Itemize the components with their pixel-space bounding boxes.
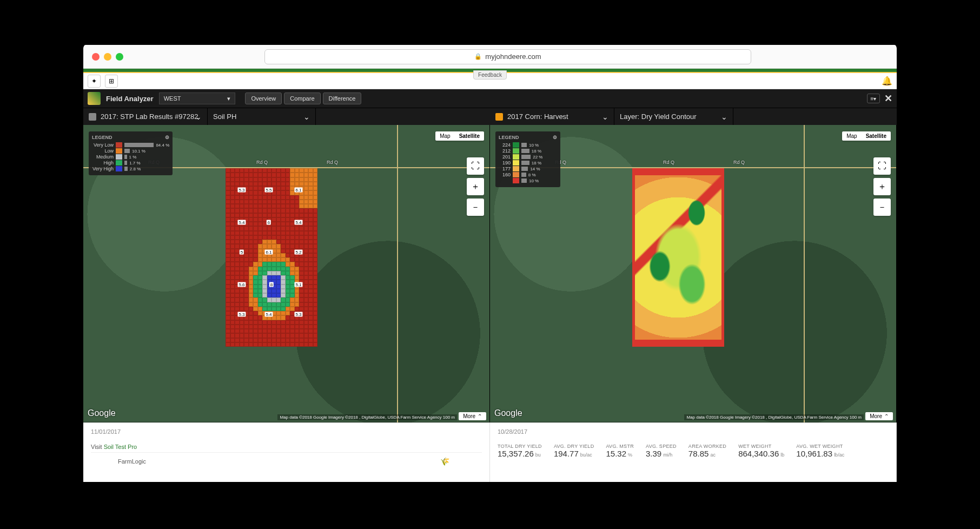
map-type-map[interactable]: Map [435,131,454,141]
left-field-overlay: 5.35.56.15.465.456.15.25.685.15.35.45.3 [226,168,317,347]
menu-icon[interactable]: ≡▾ [867,94,880,103]
sample-value: 5.4 [237,220,246,225]
layer-selector-row: 2017: STP Lab Results #97282 Soil PH 201… [83,108,897,125]
left-legend: LEGEND⚙ Very Low84.4 %Low10.1 %Medium1 %… [89,131,173,175]
sample-value: 6.1 [294,188,302,193]
right-legend: LEGEND⚙ 22410 %21218 %20122 %19018 %1771… [495,131,560,187]
more-toggle[interactable]: More⌃ [459,412,486,420]
brand-bar: Feedback [83,69,897,73]
window-zoom[interactable] [116,53,123,61]
sample-value: 5.3 [294,312,302,317]
sample-value: 8 [269,282,274,287]
road-label: Rd Q [733,160,745,165]
stat-wet-weight: WET WEIGHT864,340.36 lb [738,444,784,458]
google-logo: Google [494,408,522,418]
stat-avg-speed: AVG. SPEED3.39 mi/h [646,444,677,458]
view-tabs: Overview Compare Difference [245,92,361,104]
stat-avg-dry-yield: AVG. DRY YIELD194.77 bu/ac [554,444,594,458]
soil-test-pro-link[interactable]: Soil Test Pro [104,444,137,450]
right-map-pane[interactable]: Rd Q Rd Q Rd Q LEGEND⚙ 22410 %21218 %201… [490,125,897,422]
window-close[interactable] [92,53,100,61]
stat-total-dry-yield: TOTAL DRY YIELD15,357.26 bu [498,444,542,458]
tab-overview[interactable]: Overview [245,92,282,104]
right-layer-select[interactable]: Layer: Dry Yield Contour [614,108,733,125]
tool-row: Field Analyzer WEST Overview Compare Dif… [83,89,897,108]
map-attribution: Map data ©2018 Google Imagery ©2018 , Di… [684,414,864,420]
fullscreen-icon[interactable]: ⛶ [873,157,891,175]
tab-compare[interactable]: Compare [284,92,320,104]
bell-icon[interactable]: 🔔 [882,76,892,86]
sample-value: 5 [240,250,244,255]
app-frame: 🔒 myjohndeere.com Feedback ✦ ⊞ 🔔 Field A… [81,45,899,484]
stat-area-worked: AREA WORKED78.85 ac [688,444,726,458]
sample-value: 6.1 [264,250,273,255]
sample-value: 5.1 [294,282,302,287]
right-details-panel: 10/28/2017 TOTAL DRY YIELD15,357.26 buAV… [490,423,897,482]
sample-value: 5.2 [294,250,302,255]
right-date: 10/28/2017 [498,428,889,435]
right-dataset-select[interactable]: 2017 Corn: Harvest [490,108,614,125]
left-dataset-select[interactable]: 2017: STP Lab Results #97282 [83,108,208,125]
url-text: myjohndeere.com [485,52,541,61]
map-type-toggle[interactable]: Map Satellite [842,131,891,141]
close-icon[interactable]: ✕ [884,92,892,104]
bottom-data-row: 11/01/2017 Visit Soil Test Pro FarmLogic… [83,422,897,482]
zoom-out-icon[interactable]: － [873,199,891,216]
left-layer-select[interactable]: Soil PH [208,108,316,125]
app-title: Field Analyzer [106,95,154,103]
grid-icon[interactable]: ⊞ [105,75,118,88]
nav-icon-1[interactable]: ✦ [88,75,101,88]
lock-icon: 🔒 [474,53,482,60]
zoom-out-icon[interactable]: － [467,199,484,216]
window-minimize[interactable] [104,53,111,61]
url-bar[interactable]: 🔒 myjohndeere.com [264,49,751,64]
left-details-panel: 11/01/2017 Visit Soil Test Pro FarmLogic… [83,423,490,482]
app-thumb-icon [88,92,101,105]
legend-gear-icon[interactable]: ⚙ [165,135,169,140]
fullscreen-icon[interactable]: ⛶ [467,157,484,175]
map-type-toggle[interactable]: Map Satellite [435,131,484,141]
road-label: Rd Q [256,160,268,165]
feedback-tab[interactable]: Feedback [473,70,507,80]
chevron-up-icon: ⌃ [478,413,482,419]
tab-difference[interactable]: Difference [323,92,362,104]
compare-panes: Rd Q Rd Q Rd Q LEGEND⚙ Very Low84.4 %Low… [83,125,897,422]
visit-link-row: Visit Soil Test Pro [91,444,482,450]
sample-value: 5.4 [294,220,302,225]
zoom-in-icon[interactable]: ＋ [873,178,891,195]
map-attribution: Map data ©2018 Google Imagery ©2018 , Di… [277,414,457,420]
map-type-map[interactable]: Map [842,131,861,141]
sample-value: 5.3 [237,188,246,193]
map-type-satellite[interactable]: Satellite [455,131,484,141]
sample-value: 6 [267,220,271,225]
left-map-pane[interactable]: Rd Q Rd Q Rd Q LEGEND⚙ Very Low84.4 %Low… [83,125,490,422]
right-field-overlay [632,168,724,347]
google-logo: Google [88,408,116,418]
soil-test-logo-icon: 🌾 [440,457,449,466]
more-toggle[interactable]: More⌃ [865,412,893,420]
sample-value: 5.4 [264,312,273,317]
road-label: Rd Q [663,160,674,165]
browser-chrome: 🔒 myjohndeere.com [83,45,897,69]
org-select[interactable]: WEST [159,92,236,104]
legend-gear-icon[interactable]: ⚙ [553,135,557,140]
sample-value: 5.3 [237,312,246,317]
zoom-in-icon[interactable]: ＋ [467,178,484,195]
stat-avg-mstr: AVG. MSTR15.32 % [606,444,634,458]
farmlogic-label: FarmLogic [118,458,146,465]
sample-value: 5.6 [237,282,246,287]
stat-avg-wet-weight: AVG. WET WEIGHT10,961.83 lb/ac [796,444,844,458]
map-type-satellite[interactable]: Satellite [862,131,891,141]
road-label: Rd Q [327,160,338,165]
sample-value: 5.5 [264,188,273,193]
left-date: 11/01/2017 [91,428,482,435]
chevron-up-icon: ⌃ [884,413,889,419]
